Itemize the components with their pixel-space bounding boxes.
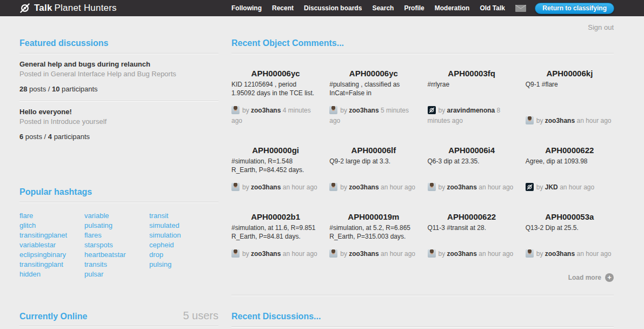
object-id-link[interactable]: APH00000gi	[231, 146, 320, 155]
author-link[interactable]: zoo3hans	[545, 117, 575, 124]
discussion-title[interactable]: General help and bugs during relaunch	[19, 60, 218, 68]
nav-item[interactable]: Recent	[272, 4, 294, 12]
nav-item[interactable]: Discussion boards	[304, 4, 362, 12]
hashtag-link[interactable]: simulated	[149, 221, 214, 231]
object-id-link[interactable]: APH00006i4	[428, 146, 516, 155]
mail-icon[interactable]	[515, 5, 526, 12]
author-link[interactable]: zoo3hans	[447, 250, 477, 258]
main-content: Recent Object Comments... APH00006yc KID…	[231, 38, 614, 329]
recent-discussions-heading: Recent Discussions...	[231, 312, 614, 327]
author-link[interactable]: zoo3hans	[349, 183, 379, 191]
nav-item[interactable]: Old Talk	[480, 4, 504, 12]
hashtag-link[interactable]: transit	[149, 211, 214, 221]
divider	[231, 295, 614, 295]
object-id-link[interactable]: APH00006kj	[526, 69, 614, 78]
hashtag-link[interactable]: drop	[149, 250, 214, 260]
online-users-count: 5 users	[183, 310, 218, 322]
app-title-talk: Talk	[34, 3, 52, 13]
discussion-title[interactable]: Hello everyone!	[19, 108, 218, 116]
author-avatar[interactable]	[231, 249, 240, 258]
by-label: by	[536, 250, 543, 258]
hashtag-link[interactable]: cepheid	[149, 240, 214, 250]
comment-text: #pulsating , classified as InCat=False i…	[329, 81, 417, 98]
hashtag-link[interactable]: pulsating	[84, 221, 149, 231]
author-avatar[interactable]	[428, 106, 436, 114]
author-link[interactable]: zoo3hans	[251, 183, 281, 191]
recent-discussions-section: Recent Discussions... Help General help …	[231, 312, 614, 329]
return-to-classifying-button[interactable]: Return to classifying	[535, 3, 614, 14]
load-more-button[interactable]: Load more +	[231, 273, 614, 282]
comment-author-line: by zoo3hans an hour ago	[526, 241, 614, 259]
hashtag-link[interactable]: flare	[19, 211, 84, 221]
object-id-link[interactable]: APH00002b1	[231, 212, 320, 221]
nav-item[interactable]: Moderation	[435, 4, 470, 12]
author-avatar[interactable]	[329, 249, 337, 258]
author-link[interactable]: zoo3hans	[251, 250, 281, 258]
author-avatar[interactable]	[428, 183, 436, 191]
comment-card: APH00006kj Q9-1 #flare by zoo3hans an ho…	[526, 69, 614, 126]
author-avatar[interactable]	[329, 106, 337, 114]
object-id-link[interactable]: APH00003fq	[428, 69, 516, 78]
plus-icon: +	[605, 273, 614, 282]
hashtag-column: variable pulsating flares starspots hear…	[84, 211, 149, 279]
comment-text: #simulation, at 11.6, R=9.851 R_Earth, P…	[231, 224, 320, 241]
object-id-link[interactable]: APH000053a	[526, 212, 614, 221]
author-avatar[interactable]	[428, 249, 436, 258]
sign-out-link[interactable]: Sign out	[588, 23, 614, 31]
object-id-link[interactable]: APH0000622	[526, 146, 614, 155]
object-id-link[interactable]: APH00006lf	[329, 146, 417, 155]
by-label: by	[536, 183, 543, 191]
hashtag-link[interactable]: hidden	[19, 269, 84, 279]
comment-card: APH00000gi #simulation, R=1.548 R_Earth,…	[231, 146, 320, 193]
author-avatar[interactable]	[231, 106, 240, 114]
object-id-link[interactable]: APH000019m	[329, 212, 417, 221]
zooniverse-logo-icon[interactable]	[19, 3, 30, 14]
author-link[interactable]: zoo3hans	[545, 250, 575, 258]
by-label: by	[242, 183, 249, 191]
object-id-link[interactable]: APH00006yc	[329, 69, 417, 78]
author-link[interactable]: aravindmenona	[447, 107, 495, 114]
hashtag-link[interactable]: transitingplant	[19, 260, 84, 269]
comment-text: Q13-2 Dip at 25.5.	[526, 224, 614, 233]
comment-card: APH00003fq #rrlyrae by aravindmenona 8 m…	[428, 69, 516, 126]
hashtag-link[interactable]: transits	[84, 260, 149, 269]
author-link[interactable]: zoo3hans	[447, 183, 477, 191]
author-avatar[interactable]	[231, 183, 240, 191]
author-avatar[interactable]	[526, 249, 534, 258]
signout-row: Sign out	[0, 16, 644, 32]
comment-author-line: by zoo3hans an hour ago	[329, 175, 417, 193]
object-id-link[interactable]: APH0000622	[428, 212, 516, 221]
by-label: by	[242, 107, 249, 114]
comment-text: Q11-3 #transit at 28.	[428, 224, 516, 233]
hashtag-link[interactable]: pulsar	[84, 269, 149, 279]
hashtag-link[interactable]: simulation	[149, 231, 214, 240]
nav-item[interactable]: Search	[372, 4, 394, 12]
hashtag-link[interactable]: starspots	[84, 240, 149, 250]
comment-author-line: by zoo3hans an hour ago	[428, 175, 516, 193]
comment-text: Q6-3 dip at 23.35.	[428, 157, 516, 166]
author-avatar[interactable]	[329, 183, 337, 191]
comment-time: an hour ago	[283, 250, 317, 258]
author-link[interactable]: JKD	[545, 183, 558, 191]
author-avatar[interactable]	[526, 183, 534, 191]
popular-hashtags-section: Popular hashtags flare glitch transiting…	[19, 187, 218, 279]
comment-text: #simulation, R=1.548 R_Earth, P=84.452 d…	[231, 157, 320, 175]
object-id-link[interactable]: APH00006yc	[231, 69, 320, 78]
hashtag-link[interactable]: flares	[84, 231, 149, 240]
author-link[interactable]: zoo3hans	[349, 250, 379, 258]
hashtag-link[interactable]: heartbeatstar	[84, 250, 149, 260]
author-link[interactable]: zoo3hans	[349, 107, 379, 114]
hashtag-link[interactable]: variablestar	[19, 240, 84, 250]
author-link[interactable]: zoo3hans	[251, 107, 281, 114]
hashtag-link[interactable]: transitingplanet	[19, 231, 84, 240]
hashtag-link[interactable]: eclipsingbinary	[19, 250, 84, 260]
app-title[interactable]: TalkPlanet Hunters	[34, 3, 117, 14]
hashtag-link[interactable]: glitch	[19, 221, 84, 231]
comment-text: #simulation, at 5.2, R=6.865 R_Earth, P=…	[329, 224, 417, 241]
author-avatar[interactable]	[526, 116, 534, 124]
hashtag-link[interactable]: variable	[84, 211, 149, 221]
nav-item[interactable]: Following	[231, 4, 262, 12]
comment-time: an hour ago	[576, 117, 611, 124]
hashtag-link[interactable]: pulsing	[149, 260, 214, 269]
nav-item[interactable]: Profile	[404, 4, 424, 12]
